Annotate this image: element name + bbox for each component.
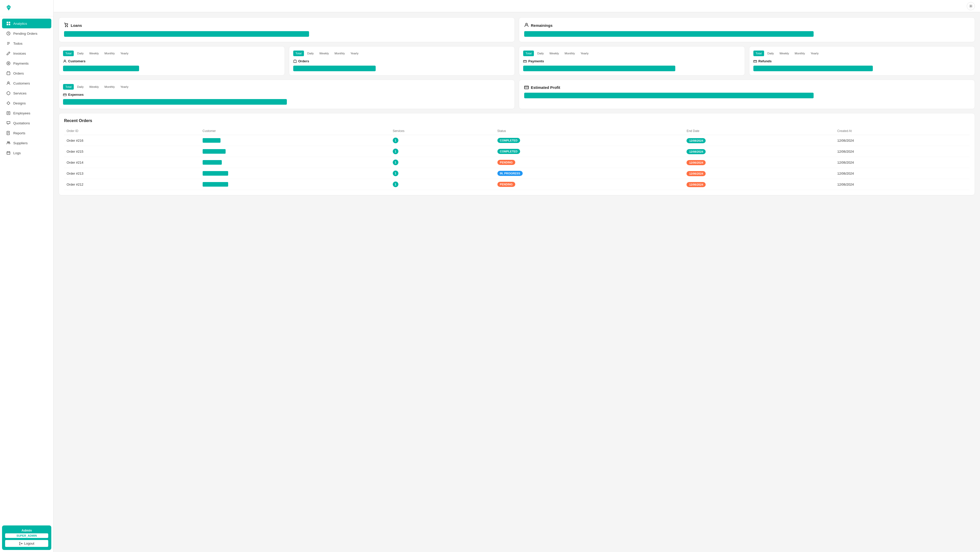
table-row[interactable]: Order #213 1 IN_PROGRESS 12/06/2024 12/0… — [64, 168, 969, 179]
orders-bar — [293, 65, 376, 71]
topbar — [54, 0, 980, 12]
col-order-id: Order ID — [64, 127, 200, 135]
bottom-stats: Total Daily Weekly Monthly Yearly Expens… — [59, 80, 975, 109]
refunds-tab-monthly[interactable]: Monthly — [792, 51, 807, 56]
profit-icon — [524, 85, 529, 89]
payments-period-tabs: Total Daily Weekly Monthly Yearly — [523, 51, 741, 56]
expenses-tab-daily[interactable]: Daily — [75, 84, 86, 89]
refunds-stat-icon — [753, 59, 757, 63]
settings-button[interactable] — [967, 2, 975, 10]
sidebar-item-customers[interactable]: Customers — [2, 78, 51, 88]
customers-tab-weekly[interactable]: Weekly — [87, 51, 101, 56]
expenses-tab-weekly[interactable]: Weekly — [87, 84, 101, 89]
svg-point-10 — [8, 82, 9, 83]
loans-bar — [64, 31, 309, 37]
sidebar-item-suppliers[interactable]: Suppliers — [2, 138, 51, 148]
customers-tab-yearly[interactable]: Yearly — [118, 51, 131, 56]
table-row[interactable]: Order #212 1 PENDING 12/06/2024 12/06/20… — [64, 179, 969, 190]
orders-tab-total[interactable]: Total — [293, 51, 304, 56]
customers-stat-title: Customers — [63, 59, 280, 63]
svg-rect-3 — [9, 24, 10, 25]
sidebar-item-invoices[interactable]: Invoices — [2, 48, 51, 58]
status-badge: IN_PROGRESS — [497, 171, 523, 176]
end-date-badge: 12/08/2024 — [687, 138, 706, 143]
estimated-profit-card: Estimated Profit — [519, 80, 975, 109]
status-badge: PENDING — [497, 160, 515, 165]
todos-label: Todos — [13, 41, 22, 45]
nav-menu: Analytics Pending Orders Todos Invoices — [0, 16, 53, 523]
svg-point-28 — [64, 60, 65, 61]
status-cell: PENDING — [495, 157, 684, 168]
pencil-icon — [6, 51, 11, 56]
refunds-tab-weekly[interactable]: Weekly — [777, 51, 791, 56]
svg-rect-32 — [753, 60, 756, 62]
services-cell: 1 — [390, 157, 495, 168]
col-services: Services — [390, 127, 495, 135]
sidebar-item-orders[interactable]: Orders — [2, 69, 51, 78]
payments-tab-weekly[interactable]: Weekly — [547, 51, 562, 56]
order-id-cell: Order #212 — [64, 179, 200, 190]
user-panel: Admin SUPER_ADMIN Logout — [2, 525, 51, 550]
svg-rect-34 — [63, 94, 66, 96]
sidebar-item-logs[interactable]: Logs — [2, 148, 51, 158]
end-date-badge: 12/06/2024 — [687, 182, 706, 187]
customers-tab-daily[interactable]: Daily — [75, 51, 86, 56]
order-id-cell: Order #213 — [64, 168, 200, 179]
customers-tab-total[interactable]: Total — [63, 51, 74, 56]
status-badge: COMPLETED — [497, 138, 520, 143]
table-row[interactable]: Order #215 1 COMPLETED 12/08/2024 12/06/… — [64, 146, 969, 157]
refunds-tab-yearly[interactable]: Yearly — [808, 51, 821, 56]
sidebar-item-quotations[interactable]: Quotations — [2, 118, 51, 128]
refunds-period-tabs: Total Daily Weekly Monthly Yearly — [753, 51, 971, 56]
sidebar-item-todos[interactable]: Todos — [2, 38, 51, 48]
sidebar-item-analytics[interactable]: Analytics — [2, 19, 51, 28]
svg-marker-12 — [7, 102, 10, 105]
customers-tab-monthly[interactable]: Monthly — [102, 51, 117, 56]
customer-cell — [200, 135, 390, 146]
remainings-bar — [524, 31, 814, 37]
cart-icon — [64, 23, 68, 28]
payments-tab-yearly[interactable]: Yearly — [578, 51, 591, 56]
orders-tab-monthly[interactable]: Monthly — [332, 51, 347, 56]
payments-tab-total[interactable]: Total — [523, 51, 534, 56]
sidebar-item-reports[interactable]: Reports — [2, 128, 51, 138]
orders-tab-weekly[interactable]: Weekly — [317, 51, 331, 56]
expenses-tab-total[interactable]: Total — [63, 84, 74, 89]
logout-button[interactable]: Logout — [5, 540, 48, 547]
refunds-tab-daily[interactable]: Daily — [765, 51, 776, 56]
profit-header: Estimated Profit — [524, 85, 969, 89]
end-date-cell: 12/06/2024 — [684, 157, 835, 168]
expenses-tab-yearly[interactable]: Yearly — [118, 84, 131, 89]
refunds-tab-total[interactable]: Total — [753, 51, 764, 56]
svg-rect-1 — [9, 22, 10, 23]
col-created-at: Created At — [835, 127, 969, 135]
end-date-badge: 12/08/2024 — [687, 149, 706, 154]
pending-orders-label: Pending Orders — [13, 32, 38, 35]
sidebar-item-payments[interactable]: Payments — [2, 59, 51, 68]
profit-bar — [524, 93, 814, 98]
col-end-date: End Date — [684, 127, 835, 135]
customer-bar — [203, 138, 221, 143]
svg-point-8 — [7, 62, 10, 65]
sidebar-item-services[interactable]: Services — [2, 88, 51, 98]
sidebar-item-employees[interactable]: Employees — [2, 108, 51, 118]
payments-tab-monthly[interactable]: Monthly — [562, 51, 577, 56]
recent-orders-card: Recent Orders Order ID Customer Services… — [59, 113, 975, 195]
sidebar-item-pending-orders[interactable]: Pending Orders — [2, 29, 51, 38]
orders-tab-yearly[interactable]: Yearly — [348, 51, 361, 56]
services-cell: 1 — [390, 135, 495, 146]
order-id-cell: Order #216 — [64, 135, 200, 146]
svg-rect-0 — [6, 22, 8, 23]
payments-tab-daily[interactable]: Daily — [535, 51, 546, 56]
designs-icon — [6, 101, 11, 105]
service-badge: 1 — [393, 148, 398, 154]
sidebar-item-designs[interactable]: Designs — [2, 98, 51, 108]
refunds-stat-title: Refunds — [753, 59, 971, 63]
table-row[interactable]: Order #214 1 PENDING 12/06/2024 12/06/20… — [64, 157, 969, 168]
services-label: Services — [13, 91, 27, 95]
expenses-tab-monthly[interactable]: Monthly — [102, 84, 117, 89]
table-row[interactable]: Order #216 1 COMPLETED 12/08/2024 12/06/… — [64, 135, 969, 146]
svg-point-21 — [9, 142, 10, 143]
service-badge: 1 — [393, 160, 398, 165]
orders-tab-daily[interactable]: Daily — [305, 51, 316, 56]
